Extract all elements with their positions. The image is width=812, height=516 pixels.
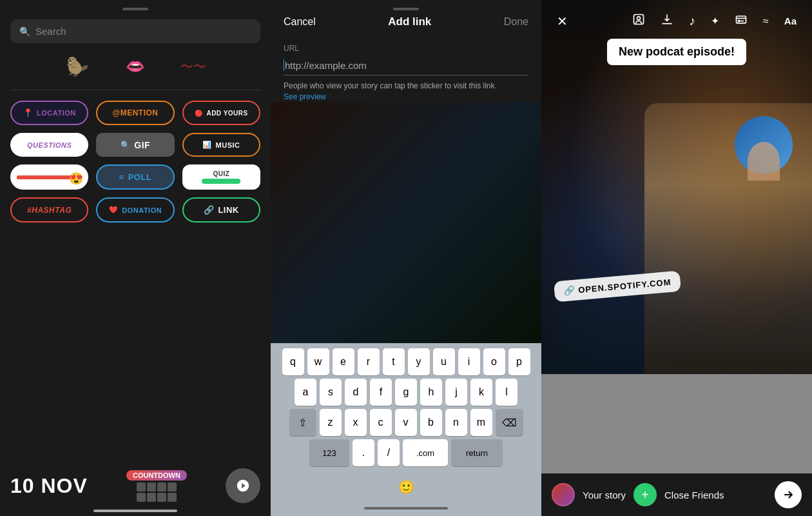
stickers-panel: 🔍 Search 🦫 👄 〜〜 📍 LOCATION @MENTION 🔴 AD… bbox=[0, 0, 271, 516]
key-i[interactable]: i bbox=[458, 348, 480, 375]
sticker-music-btn[interactable]: 📊 MUSIC bbox=[182, 133, 260, 157]
key-e[interactable]: e bbox=[333, 348, 354, 375]
key-u[interactable]: u bbox=[433, 348, 455, 375]
emoji-button[interactable]: 🙂 bbox=[385, 473, 427, 501]
done-button[interactable]: Done bbox=[504, 16, 528, 28]
sticker-eyebrow-2[interactable]: 〜〜 bbox=[171, 54, 216, 79]
key-y[interactable]: y bbox=[408, 348, 430, 375]
key-g[interactable]: g bbox=[395, 379, 417, 406]
key-v[interactable]: v bbox=[395, 409, 417, 436]
story-image-area: New podcat episode! 🔗 OPEN.SPOTIFY.COM bbox=[541, 0, 812, 374]
sticker-poll-btn[interactable]: ≡ POLL bbox=[96, 164, 174, 190]
key-l[interactable]: l bbox=[496, 379, 517, 406]
close-friends-icon: + bbox=[633, 483, 657, 506]
sticker-donation-btn[interactable]: ❤️ DONATION bbox=[96, 197, 174, 223]
sticker-grid: 📍 LOCATION @MENTION 🔴 ADD YOURS QUESTION… bbox=[10, 101, 260, 223]
link-header: Cancel Add link Done bbox=[271, 15, 541, 37]
sticker-search-bar[interactable]: 🔍 Search bbox=[10, 19, 260, 43]
countdown-btn[interactable]: COUNTDOWN bbox=[126, 470, 187, 502]
emoji-row: 🙂 bbox=[273, 470, 539, 503]
close-button[interactable]: ✕ bbox=[554, 11, 570, 32]
spotify-url-text: OPEN.SPOTIFY.COM bbox=[578, 277, 672, 295]
sticker-quiz-btn[interactable]: QUIZ bbox=[182, 164, 260, 190]
sticker-addyours-btn[interactable]: 🔴 ADD YOURS bbox=[182, 101, 260, 125]
url-input[interactable]: http://example.com bbox=[285, 60, 528, 71]
key-slash[interactable]: / bbox=[378, 439, 400, 466]
panel2-drag-handle bbox=[271, 0, 541, 15]
key-w[interactable]: w bbox=[307, 348, 329, 375]
your-story-label[interactable]: Your story bbox=[583, 490, 626, 501]
countdown-grid bbox=[137, 482, 177, 502]
effects-icon[interactable]: ✦ bbox=[708, 12, 722, 30]
divider bbox=[10, 90, 260, 90]
cancel-button[interactable]: Cancel bbox=[284, 16, 316, 28]
search-input[interactable]: Search bbox=[35, 26, 66, 37]
countdown-label: COUNTDOWN bbox=[126, 470, 187, 481]
sticker-slider-btn[interactable]: 😍 bbox=[10, 164, 88, 190]
key-j[interactable]: j bbox=[445, 379, 467, 406]
key-period[interactable]: . bbox=[353, 439, 374, 466]
key-m[interactable]: m bbox=[470, 409, 492, 436]
addyours-icon: 🔴 bbox=[195, 110, 203, 117]
quiz-bar bbox=[202, 179, 240, 184]
poll-icon: ≡ bbox=[119, 172, 124, 182]
face-icon[interactable] bbox=[630, 10, 648, 32]
close-friends-label[interactable]: Close Friends bbox=[664, 490, 767, 501]
see-preview-link[interactable]: See preview bbox=[284, 92, 326, 101]
key-delete[interactable]: ⌫ bbox=[496, 409, 523, 436]
key-x[interactable]: x bbox=[345, 409, 367, 436]
sticker-gif-btn[interactable]: 🔍 GIF bbox=[96, 133, 174, 157]
key-q[interactable]: q bbox=[282, 348, 304, 375]
music-icon[interactable]: ♪ bbox=[686, 11, 698, 31]
sticker-preview-row: 🦫 👄 〜〜 bbox=[55, 54, 216, 79]
blur-preview-area bbox=[271, 103, 541, 343]
key-n[interactable]: n bbox=[445, 409, 467, 436]
key-d[interactable]: d bbox=[345, 379, 367, 406]
sticker-hashtag-btn[interactable]: #HASHTAG bbox=[10, 197, 88, 223]
sticker-link-btn[interactable]: 🔗 LINK bbox=[182, 197, 260, 223]
key-k[interactable]: k bbox=[470, 379, 492, 406]
key-o[interactable]: o bbox=[483, 348, 505, 375]
url-section: URL http://example.com People who view y… bbox=[271, 37, 541, 103]
key-shift[interactable]: ⇧ bbox=[289, 409, 316, 436]
sticker-questions-btn[interactable]: QUESTIONS bbox=[10, 133, 88, 157]
text-icon[interactable]: Aa bbox=[782, 13, 799, 29]
key-b[interactable]: b bbox=[420, 409, 442, 436]
person-image bbox=[644, 103, 812, 374]
svg-point-1 bbox=[637, 17, 641, 20]
panel2-home-indicator-area bbox=[273, 503, 539, 513]
share-button[interactable] bbox=[775, 481, 802, 508]
link-sticker-icon[interactable]: ≈ bbox=[760, 13, 771, 30]
key-dotcom[interactable]: .com bbox=[403, 439, 448, 466]
panel1-bottom-row: 10 NOV COUNTDOWN bbox=[0, 468, 271, 503]
key-z[interactable]: z bbox=[320, 409, 342, 436]
key-a[interactable]: a bbox=[295, 379, 316, 406]
svg-point-3 bbox=[738, 20, 740, 22]
key-c[interactable]: c bbox=[370, 409, 392, 436]
podcast-sticker[interactable]: New podcat episode! bbox=[607, 39, 746, 65]
url-input-container[interactable]: http://example.com bbox=[284, 55, 528, 75]
caption-icon[interactable] bbox=[732, 10, 750, 32]
key-r[interactable]: r bbox=[358, 348, 380, 375]
key-f[interactable]: f bbox=[370, 379, 392, 406]
key-123[interactable]: 123 bbox=[309, 439, 349, 466]
key-return[interactable]: return bbox=[451, 439, 503, 466]
key-t[interactable]: t bbox=[383, 348, 405, 375]
search-icon: 🔍 bbox=[19, 26, 30, 37]
url-hint: People who view your story can tap the s… bbox=[284, 81, 528, 103]
key-p[interactable]: p bbox=[508, 348, 530, 375]
camera-button[interactable] bbox=[226, 468, 260, 503]
sticker-location-btn[interactable]: 📍 LOCATION bbox=[10, 101, 88, 125]
key-h[interactable]: h bbox=[420, 379, 442, 406]
add-link-panel: Cancel Add link Done URL http://example.… bbox=[271, 0, 541, 516]
download-icon[interactable] bbox=[658, 10, 676, 32]
top-icons-group: ♪ ✦ ≈ Aa bbox=[630, 10, 799, 32]
story-bottom-bar: Your story + Close Friends bbox=[541, 473, 812, 516]
sticker-mention-btn[interactable]: @MENTION bbox=[96, 101, 174, 125]
story-top-bar: ✕ ♪ ✦ bbox=[541, 0, 812, 39]
key-s[interactable]: s bbox=[320, 379, 342, 406]
sticker-lips-1[interactable]: 👄 bbox=[113, 54, 158, 79]
sticker-eyebrow-1[interactable]: 🦫 bbox=[55, 54, 100, 79]
story-preview-panel: ✕ ♪ ✦ bbox=[541, 0, 812, 516]
music-wave-icon: 📊 bbox=[202, 141, 212, 149]
